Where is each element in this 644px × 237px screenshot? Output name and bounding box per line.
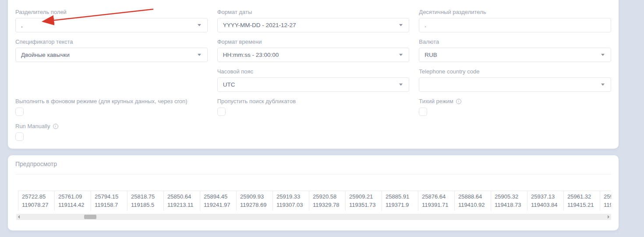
run-manually-label-text: Run Manually — [15, 123, 50, 129]
preview-card: Предпросмотр 25722.8525761.0925794.15258… — [8, 155, 619, 230]
background-mode-checkbox[interactable] — [15, 108, 24, 116]
telephone-country-code-label: Telephone country code — [419, 68, 611, 75]
table-cell: 11944 — [600, 201, 612, 211]
text-qualifier-field: Спецификатор текста Двойные кавычки — [15, 38, 208, 62]
text-qualifier-value: Двойные кавычки — [21, 52, 194, 58]
silent-mode-group: Тихий режим — [419, 98, 611, 116]
table-cell: 119410.92 — [455, 201, 491, 211]
table-cell: 25818.75 — [127, 191, 164, 201]
time-format-field: Формат времени HH:mm:ss - 23:00:00 — [217, 38, 410, 62]
time-format-select[interactable]: HH:mm:ss - 23:00:00 — [217, 48, 410, 62]
field-separator-select[interactable]: , — [15, 18, 208, 32]
timezone-field: Часовой пояс UTC — [217, 68, 410, 92]
table-cell: 119307.03 — [273, 201, 309, 211]
currency-select[interactable]: RUB — [419, 48, 611, 62]
table-cell: 119213.11 — [164, 201, 200, 211]
table-cell: 119329.78 — [309, 201, 346, 211]
skip-duplicates-group: Пропустить поиск дубликатов — [217, 98, 410, 116]
table-cell: 25919.33 — [273, 191, 309, 201]
run-manually-checkbox[interactable] — [15, 132, 24, 141]
table-cell: 25905.32 — [491, 191, 527, 201]
horizontal-scrollbar[interactable] — [16, 214, 611, 220]
table-cell: 119403.84 — [527, 201, 564, 211]
table-cell: 25894.45 — [200, 191, 237, 201]
table-cell: 25920.58 — [309, 191, 346, 201]
preview-table-wrapper: 25722.8525761.0925794.1525818.7525850.64… — [18, 191, 611, 211]
silent-mode-label-text: Тихий режим — [419, 98, 453, 105]
table-cell: 25937.13 — [527, 191, 564, 201]
date-format-field: Формат даты YYYY-MM-DD - 2021-12-27 — [217, 9, 410, 32]
decimal-separator-label: Десятичный разделитель — [419, 9, 611, 15]
info-icon — [53, 124, 58, 129]
table-cell: 25961.32 — [564, 191, 600, 201]
table-cell: 119351.73 — [346, 201, 382, 211]
scrollbar-thumb[interactable] — [84, 215, 96, 219]
skip-duplicates-label: Пропустить поиск дубликатов — [217, 98, 410, 105]
chevron-down-icon — [601, 84, 605, 86]
table-cell: 119185.5 — [127, 201, 164, 211]
table-cell: 25888.64 — [455, 191, 491, 201]
preview-divider — [15, 174, 611, 174]
date-format-select[interactable]: YYYY-MM-DD - 2021-12-27 — [217, 18, 410, 32]
field-separator-label: Разделитель полей — [15, 9, 208, 15]
timezone-value: UTC — [223, 81, 396, 88]
text-qualifier-select[interactable]: Двойные кавычки — [15, 48, 208, 62]
table-row: 25722.8525761.0925794.1525818.7525850.64… — [18, 191, 612, 201]
table-cell: 119114.42 — [55, 201, 91, 211]
run-manually-label: Run Manually — [15, 123, 208, 129]
background-mode-group: Выполнить в фоновом режиме (для крупных … — [15, 98, 208, 116]
table-cell: 25885.91 — [382, 191, 418, 201]
table-cell: 119371.9 — [382, 201, 418, 211]
silent-mode-label: Тихий режим — [419, 98, 611, 105]
field-separator-field: Разделитель полей , — [15, 9, 208, 32]
telephone-country-code-select[interactable] — [419, 77, 611, 92]
time-format-value: HH:mm:ss - 23:00:00 — [223, 52, 396, 58]
info-icon — [456, 99, 461, 104]
field-separator-value: , — [21, 22, 194, 28]
skip-duplicates-checkbox[interactable] — [217, 108, 226, 116]
import-options-card: Разделитель полей , Формат даты YYYY-MM-… — [8, 0, 619, 149]
text-qualifier-label: Спецификатор текста — [15, 38, 208, 45]
table-cell: 119278.69 — [237, 201, 273, 211]
background-mode-label: Выполнить в фоновом режиме (для крупных … — [15, 98, 208, 105]
table-cell: 119415.21 — [564, 201, 600, 211]
date-format-label: Формат даты — [217, 9, 410, 15]
currency-field: Валюта RUB — [419, 38, 611, 62]
chevron-down-icon — [198, 24, 201, 26]
currency-value: RUB — [425, 52, 598, 58]
table-cell: 25794.15 — [91, 191, 127, 201]
chevron-down-icon — [198, 54, 201, 56]
decimal-separator-input[interactable]: . — [419, 18, 611, 32]
telephone-country-code-field: Telephone country code — [419, 68, 611, 92]
scroll-right-icon[interactable] — [608, 215, 609, 219]
grid-spacer — [15, 68, 208, 98]
date-format-value: YYYY-MM-DD - 2021-12-27 — [223, 22, 396, 28]
table-cell: 119078.27 — [18, 201, 55, 211]
chevron-down-icon — [601, 54, 605, 56]
decimal-separator-value: . — [425, 22, 605, 28]
chevron-down-icon — [399, 54, 403, 56]
decimal-separator-field: Десятичный разделитель . — [419, 9, 611, 32]
preview-table-body: 25722.8525761.0925794.1525818.7525850.64… — [18, 191, 612, 211]
chevron-down-icon — [399, 84, 403, 86]
table-cell: 119241.97 — [200, 201, 237, 211]
preview-title: Предпросмотр — [15, 160, 611, 167]
table-cell: 25876.64 — [418, 191, 455, 201]
table-cell: 119158.7 — [91, 201, 127, 211]
run-manually-group: Run Manually — [15, 123, 208, 141]
table-cell: 119391.71 — [418, 201, 455, 211]
silent-mode-checkbox[interactable] — [419, 108, 427, 116]
table-cell: 25850.64 — [164, 191, 200, 201]
table-cell: 25909.93 — [237, 191, 273, 201]
time-format-label: Формат времени — [217, 38, 410, 45]
table-cell: 25909.21 — [346, 191, 382, 201]
scroll-left-icon[interactable] — [18, 215, 20, 219]
table-cell: 119418.73 — [491, 201, 527, 211]
table-cell: 25984 — [600, 191, 612, 201]
table-cell: 25722.85 — [18, 191, 55, 201]
timezone-label: Часовой пояс — [217, 68, 410, 75]
currency-label: Валюта — [419, 38, 611, 45]
timezone-select[interactable]: UTC — [217, 77, 410, 92]
table-cell: 25761.09 — [55, 191, 91, 201]
preview-table: 25722.8525761.0925794.1525818.7525850.64… — [18, 191, 611, 211]
